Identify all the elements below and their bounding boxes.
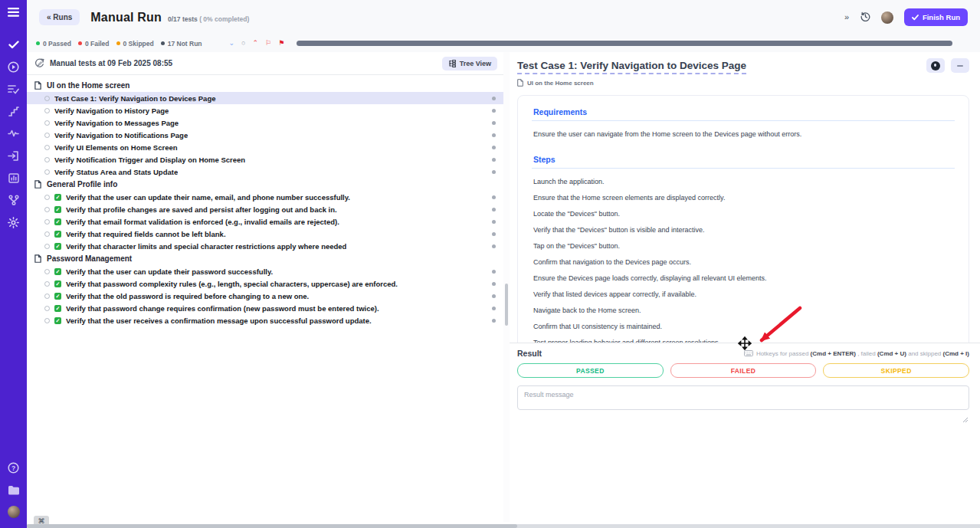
test-case-row[interactable]: ✓Verify that the old password is require… — [27, 290, 503, 302]
help-icon[interactable]: ? — [8, 461, 20, 474]
ink-drop-button[interactable] — [926, 58, 945, 73]
play-circle-icon[interactable] — [8, 61, 20, 73]
branch-icon[interactable] — [8, 194, 20, 206]
steps-icon[interactable] — [8, 105, 20, 117]
sidebar-avatar[interactable] — [8, 506, 20, 518]
test-case-row[interactable]: Verify Notification Trigger and Display … — [27, 153, 503, 166]
test-case-row[interactable]: Verify Navigation to History Page — [27, 104, 503, 116]
hotkey-segment: (Cmd + I) — [943, 350, 969, 357]
reports-icon[interactable] — [8, 172, 20, 184]
step-text: Verify that the "Devices" button is visi… — [532, 226, 955, 234]
import-icon[interactable] — [8, 149, 20, 162]
result-status-dot — [492, 282, 496, 286]
user-avatar[interactable] — [881, 11, 893, 24]
activity-icon[interactable] — [8, 127, 20, 139]
check-icon — [912, 15, 919, 21]
resize-grip-icon[interactable] — [962, 417, 968, 422]
suite-row[interactable]: General Profile info — [27, 178, 503, 191]
fast-forward-icon[interactable]: » — [844, 13, 850, 21]
minus-icon — [957, 65, 963, 67]
svg-text:?: ? — [11, 464, 15, 471]
steps-heading: Steps — [532, 155, 955, 169]
back-to-runs-button[interactable]: « Runs — [39, 9, 80, 25]
chevron-down-icon[interactable]: ⌄ — [229, 40, 235, 47]
test-case-row[interactable]: ✓Verify that password change requires co… — [27, 302, 503, 314]
check-emoji: ✓ — [54, 231, 61, 238]
history-clock-icon[interactable] — [860, 11, 870, 23]
test-case-row[interactable]: Verify Navigation to Messages Page — [27, 116, 503, 129]
more-options-button[interactable] — [951, 58, 969, 73]
status-circle-icon — [44, 231, 50, 237]
test-case-label: Verify that password change requires con… — [66, 304, 379, 313]
test-case-row[interactable]: Verify Status Area and Stats Update — [27, 166, 503, 178]
test-runs-icon[interactable] — [8, 83, 20, 95]
tree-view-button[interactable]: Tree View — [442, 57, 497, 71]
test-case-row[interactable]: ✓Verify that the user receives a confirm… — [27, 314, 503, 326]
test-case-row[interactable]: ✓Verify that email format validation is … — [27, 215, 503, 228]
settings-gear-icon[interactable] — [8, 216, 20, 228]
projects-folder-icon[interactable] — [8, 484, 20, 496]
check-emoji: ✓ — [54, 243, 61, 250]
stat-dot — [161, 41, 165, 45]
caret-up-icon[interactable]: ⌃ — [253, 40, 259, 47]
stat-label: 0 Skipped — [123, 40, 154, 48]
run-edit-icon — [34, 58, 44, 68]
check-icon[interactable] — [8, 38, 20, 51]
test-case-row[interactable]: ✓Verify that password complexity rules (… — [27, 277, 503, 290]
breadcrumb-label[interactable]: UI on the Home screen — [527, 80, 594, 87]
result-status-dot — [492, 195, 496, 199]
test-case-label: Verify Notification Trigger and Display … — [54, 156, 245, 164]
move-cursor-icon[interactable] — [738, 336, 752, 350]
suite-row[interactable]: Password Management — [27, 252, 503, 265]
test-case-row[interactable]: Test Case 1: Verify Navigation to Device… — [27, 92, 503, 104]
status-circle-icon — [44, 281, 50, 287]
status-circle-icon — [44, 219, 50, 225]
step-text: Verify that listed devices appear correc… — [532, 290, 955, 298]
test-case-row[interactable]: Verify Navigation to Notifications Page — [27, 129, 503, 141]
suite-row[interactable]: UI on the Home screen — [27, 79, 503, 92]
status-circle-icon — [44, 244, 50, 249]
result-message-input[interactable] — [517, 385, 969, 410]
menu-icon[interactable] — [8, 6, 20, 18]
test-case-row[interactable]: ✓Verify that character limits and specia… — [27, 240, 503, 252]
test-case-label: Verify that the old password is required… — [66, 292, 309, 300]
flag-outline-icon[interactable]: ⚐ — [265, 40, 271, 47]
panel-divider[interactable] — [503, 52, 510, 522]
skipped-button[interactable]: SKIPPED — [823, 363, 969, 378]
document-icon — [517, 79, 523, 87]
run-stat: 17 Not Run — [161, 40, 202, 48]
test-case-row[interactable]: ✓Verify that profile changes are saved a… — [27, 203, 503, 215]
result-status-dot — [492, 270, 496, 274]
run-progress-summary: 0/17 tests ( 0% completed) — [168, 15, 249, 23]
header-actions: » Finish Run — [844, 8, 968, 26]
result-status-dot — [492, 232, 496, 236]
status-circle-icon[interactable]: ○ — [241, 40, 245, 47]
check-emoji: ✓ — [54, 194, 61, 201]
test-case-row[interactable]: ✓Verify that the user can update their p… — [27, 265, 503, 277]
status-circle-icon — [44, 133, 50, 138]
result-status-dot — [492, 97, 496, 100]
test-case-row[interactable]: ✓Verify that the user can update their n… — [27, 191, 503, 203]
test-case-row[interactable]: ✓Verify that required fields cannot be l… — [27, 228, 503, 240]
finish-run-button[interactable]: Finish Run — [904, 8, 968, 26]
horizontal-scrollbar[interactable] — [27, 524, 980, 528]
tree-body: UI on the Home screenTest Case 1: Verify… — [27, 75, 503, 326]
flag-solid-icon[interactable]: ⚑ — [278, 40, 284, 47]
failed-button[interactable]: FAILED — [670, 363, 817, 378]
requirements-text: Ensure the user can navigate from the Ho… — [532, 130, 955, 138]
suite-title: General Profile info — [47, 180, 117, 189]
vertical-scrollbar-thumb[interactable] — [505, 284, 508, 326]
hotkey-segment: and skipped — [906, 350, 943, 357]
hotkeys-text: Hotkeys for passed (Cmd + ENTER) , faile… — [756, 350, 969, 357]
test-case-row[interactable]: Verify UI Elements on Home Screen — [27, 141, 503, 153]
passed-button[interactable]: PASSED — [517, 363, 664, 378]
horizontal-scrollbar-thumb[interactable] — [27, 524, 517, 528]
step-text: Ensure that the Home screen elements are… — [532, 194, 955, 202]
check-emoji: ✓ — [54, 317, 61, 324]
status-circle-icon — [44, 318, 50, 323]
run-name-label: Manual tests at 09 Feb 2025 08:55 — [50, 59, 172, 67]
result-status-dot — [492, 319, 496, 323]
result-heading: Result — [517, 349, 542, 358]
result-status-dot — [492, 294, 496, 298]
test-case-title[interactable]: Test Case 1: Verify Navigation to Device… — [517, 60, 746, 74]
